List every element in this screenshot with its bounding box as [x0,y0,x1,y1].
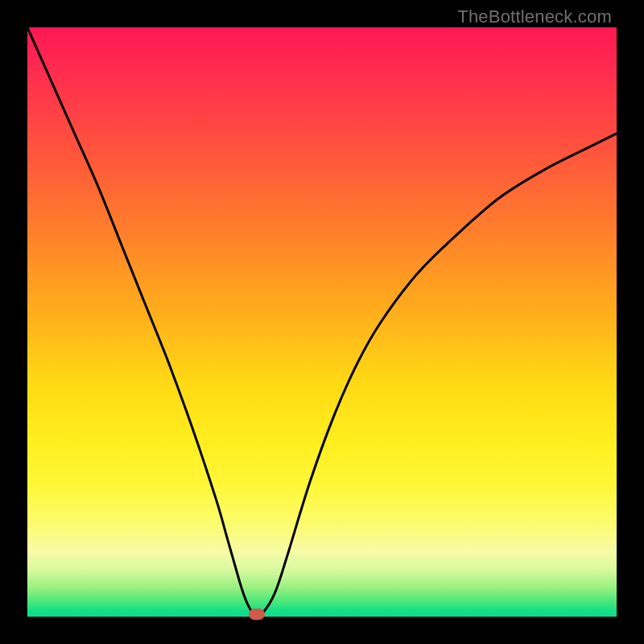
curve-svg [27,27,617,617]
watermark-text: TheBottleneck.com [457,6,612,27]
plot-area [27,27,617,617]
bottleneck-curve [27,27,617,614]
chart-frame: TheBottleneck.com [0,0,644,644]
optimal-marker [249,609,265,620]
